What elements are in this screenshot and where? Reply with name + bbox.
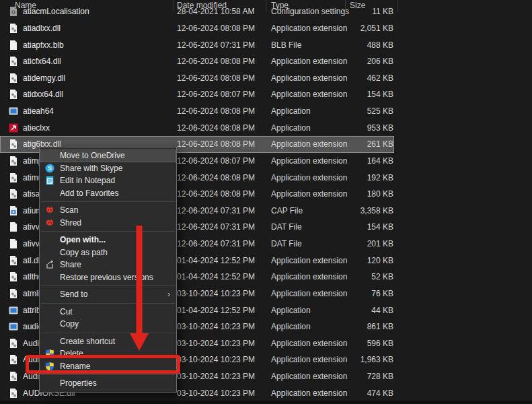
dll-file-icon: [8, 139, 19, 149]
menu-item-restore-previous-versions[interactable]: Restore previous versions: [40, 271, 176, 284]
menu-item-properties[interactable]: Properties: [40, 377, 176, 390]
file-name: atieah64: [23, 106, 54, 116]
column-divider[interactable]: [266, 0, 266, 11]
context-menu: Move to OneDriveSShare with SkypeEdit in…: [39, 147, 177, 393]
menu-item-send-to[interactable]: Send to›: [40, 288, 176, 301]
file-size: 953 KB: [309, 123, 393, 133]
column-header-type[interactable]: Type: [271, 1, 289, 10]
menu-item-create-shortcut[interactable]: Create shortcut: [40, 335, 176, 348]
menu-item-cut[interactable]: Cut: [40, 306, 176, 318]
file-date-modified: 12-06-2024 08:08 PM: [177, 24, 255, 33]
file-date-modified: 01-04-2024 12:52 PM: [177, 306, 255, 315]
generic-file-icon: [8, 238, 19, 249]
menu-item-share-with-skype[interactable]: SShare with Skype: [40, 162, 176, 175]
file-name: atidxx64.dll: [23, 90, 63, 99]
column-divider[interactable]: [174, 0, 174, 11]
menu-item-delete[interactable]: Delete: [40, 347, 176, 360]
file-type: Application: [271, 106, 311, 116]
file-date-modified: 12-06-2024 08:08 PM: [177, 189, 255, 199]
menu-item-shred[interactable]: Shred: [40, 217, 176, 230]
menu-separator: [41, 303, 175, 304]
file-size: 261 KB: [309, 139, 393, 149]
menu-item-label: Scan: [60, 205, 78, 215]
file-row[interactable]: atiapfxx.blb12-06-2024 07:31 PMBLB File4…: [0, 36, 394, 53]
menu-item-add-to-favorites[interactable]: Add to Favorites: [40, 187, 176, 200]
file-date-modified: 12-06-2024 08:08 PM: [177, 123, 255, 133]
submenu-chevron-icon: ›: [167, 288, 170, 301]
file-type: CAP File: [271, 206, 303, 215]
menu-item-share[interactable]: Share: [40, 259, 176, 271]
file-row[interactable]: atieah6412-06-2024 08:08 PMApplication52…: [0, 103, 394, 120]
file-name: attrib: [23, 306, 41, 315]
file-size: 596 KB: [309, 339, 393, 348]
menu-item-label: Send to: [60, 290, 87, 299]
app-blue-icon: [8, 106, 19, 116]
dll-file-icon: [8, 156, 19, 166]
column-header-size[interactable]: Size: [350, 1, 365, 10]
file-size: 728 KB: [309, 372, 393, 381]
column-divider[interactable]: [397, 0, 397, 11]
dll-file-icon: [8, 73, 19, 83]
menu-item-label: Properties: [60, 378, 97, 388]
file-size: 861 KB: [309, 322, 393, 331]
file-size: 120 KB: [309, 256, 393, 265]
file-date-modified: 12-06-2024 07:31 PM: [177, 222, 255, 232]
column-divider[interactable]: [345, 0, 346, 11]
file-explorer-window: Name Date modified Type Size atiacmLocal…: [0, 0, 532, 404]
menu-item-scan[interactable]: Scan: [40, 204, 176, 217]
file-row[interactable]: atieclxx12-06-2024 08:08 PMApplication95…: [0, 119, 394, 136]
file-type: Application: [271, 123, 311, 133]
cap-file-icon: [8, 205, 19, 216]
menu-item-rename[interactable]: Rename: [40, 360, 176, 373]
menu-separator: [41, 333, 175, 333]
file-date-modified: 12-06-2024 07:31 PM: [177, 239, 255, 248]
notepad-icon: [45, 176, 54, 185]
dll-file-icon: [8, 189, 19, 199]
generic-file-icon: [8, 222, 19, 232]
menu-item-label: Copy: [60, 319, 79, 329]
file-date-modified: 12-06-2024 08:07 PM: [177, 90, 255, 99]
file-size: 192 KB: [309, 173, 393, 182]
file-row[interactable]: aticfx64.dll12-06-2024 08:08 PMApplicati…: [0, 53, 394, 70]
file-date-modified: 12-06-2024 07:31 PM: [177, 40, 255, 50]
dll-file-icon: [8, 255, 19, 266]
file-date-modified: 12-06-2024 08:08 PM: [177, 57, 255, 66]
file-date-modified: 12-06-2024 08:07 PM: [177, 156, 255, 166]
file-size: 44 KB: [309, 306, 393, 315]
list-header: Name Date modified Type Size: [0, 0, 532, 11]
column-header-date-modified[interactable]: Date modified: [177, 1, 227, 10]
file-row[interactable]: atidxx64.dll12-06-2024 08:07 PMApplicati…: [0, 86, 394, 103]
menu-item-move-to-onedrive[interactable]: Move to OneDrive: [40, 149, 176, 162]
menu-separator: [41, 201, 175, 202]
menu-item-copy[interactable]: Copy: [40, 318, 176, 331]
menu-separator: [41, 231, 175, 232]
column-header-name[interactable]: Name: [15, 1, 36, 10]
window-bottom-edge: [0, 401, 532, 404]
file-size: 3,358 KB: [309, 206, 393, 215]
svg-text:S: S: [48, 165, 52, 172]
menu-item-label: Move to OneDrive: [60, 151, 125, 160]
menu-item-open-with[interactable]: Open with...: [40, 234, 176, 246]
file-type: Application: [271, 306, 311, 315]
uac-shield-icon: [45, 362, 54, 371]
antivirus-icon: [45, 205, 54, 215]
file-size: 474 KB: [309, 389, 393, 398]
file-size: 52 KB: [309, 272, 393, 281]
file-row[interactable]: atiadlxx.dll12-06-2024 08:08 PMApplicati…: [0, 20, 394, 37]
menu-item-label: Copy as path: [60, 248, 108, 257]
dll-file-icon: [8, 23, 19, 34]
menu-item-label: Share with Skype: [60, 164, 122, 173]
menu-item-label: Rename: [60, 362, 90, 371]
dll-file-icon: [8, 354, 19, 365]
menu-item-edit-in-notepad[interactable]: Edit in Notepad: [40, 174, 176, 187]
file-size: 206 KB: [309, 57, 393, 66]
file-date-modified: 12-06-2024 08:08 PM: [177, 173, 255, 182]
file-row[interactable]: atidemgy.dll12-06-2024 08:08 PMApplicati…: [0, 70, 394, 87]
menu-item-label: Add to Favorites: [60, 189, 118, 198]
file-type: BLB File: [271, 40, 301, 50]
menu-item-label: Restore previous versions: [60, 273, 153, 282]
file-type: DAT File: [271, 239, 302, 248]
menu-item-label: Share: [60, 260, 81, 269]
uac-shield-icon: [45, 349, 54, 358]
menu-item-copy-as-path[interactable]: Copy as path: [40, 246, 176, 259]
